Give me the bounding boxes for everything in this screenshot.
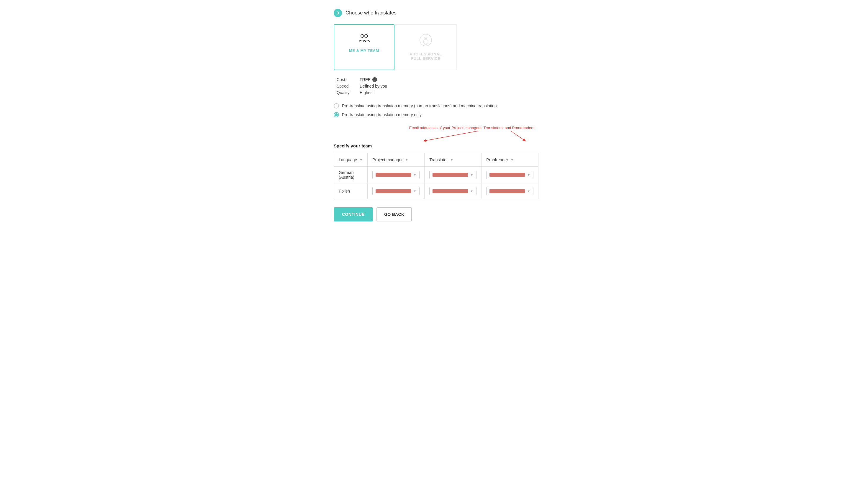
cost-info: Cost: FREE i Speed: Defined by you Quali… <box>334 77 534 95</box>
radio-circle-1 <box>334 103 339 108</box>
pm-dropdown-german[interactable]: ▼ <box>372 171 419 179</box>
step-badge: 3 <box>334 9 342 17</box>
col-language: Language ▼ <box>334 153 368 167</box>
svg-text:ISO: ISO <box>424 37 428 39</box>
team-icon <box>358 34 370 45</box>
quality-value: Highest <box>360 90 373 95</box>
me-and-team-card[interactable]: ME & MY TEAM <box>334 24 394 70</box>
quality-row: Quality: Highest <box>337 90 534 95</box>
professional-card[interactable]: ISO PROFESSIONALFULL SERVICE <box>394 24 457 70</box>
radio-label-1: Pre-translate using translation memory (… <box>342 104 498 108</box>
speed-label: Speed: <box>337 84 357 88</box>
translator-select-german: ▼ <box>425 167 481 184</box>
translator-dropdown-polish[interactable]: ▼ <box>429 187 476 195</box>
proofreader-select-polish: ▼ <box>481 184 538 199</box>
radio-circle-2 <box>334 112 339 117</box>
pm-select-polish: ▼ <box>368 184 425 199</box>
proofreader-dropdown-arrow-polish: ▼ <box>527 190 530 193</box>
table-row: German (Austria) ▼ ▼ ▼ <box>334 167 538 184</box>
page-container: 3 Choose who translates ME & MY TEAM <box>322 0 546 233</box>
continue-button[interactable]: CONTINUE <box>334 207 373 221</box>
speed-value: Defined by you <box>360 84 387 88</box>
language-filter-icon[interactable]: ▼ <box>359 158 363 162</box>
pm-filter-icon[interactable]: ▼ <box>405 158 408 162</box>
go-back-button[interactable]: GO BACK <box>376 207 412 221</box>
speed-row: Speed: Defined by you <box>337 84 534 88</box>
cost-value: FREE <box>360 77 371 82</box>
proofreader-filter-icon[interactable]: ▼ <box>511 158 514 162</box>
cost-free-wrapper: FREE i <box>360 77 377 82</box>
table-row: Polish ▼ ▼ ▼ <box>334 184 538 199</box>
buttons-row: CONTINUE GO BACK <box>334 207 534 221</box>
proofreader-dropdown-polish[interactable]: ▼ <box>486 187 533 195</box>
radio-option-1[interactable]: Pre-translate using translation memory (… <box>334 103 534 108</box>
svg-line-6 <box>511 131 525 141</box>
svg-line-5 <box>424 131 478 141</box>
cost-label: Cost: <box>337 77 357 82</box>
pm-dropdown-arrow-polish: ▼ <box>413 190 416 193</box>
svg-point-2 <box>420 34 432 46</box>
col-pm: Project manager ▼ <box>368 153 425 167</box>
pm-dropdown-polish[interactable]: ▼ <box>372 187 419 195</box>
radio-label-2: Pre-translate using translation memory o… <box>342 112 422 117</box>
translator-dropdown-arrow-polish: ▼ <box>470 190 473 193</box>
me-and-team-label: ME & MY TEAM <box>349 48 379 53</box>
proofreader-select-german: ▼ <box>481 167 538 184</box>
team-table: Language ▼ Project manager ▼ Translator … <box>334 153 538 199</box>
table-header-row: Language ▼ Project manager ▼ Translator … <box>334 153 538 167</box>
proofreader-dropdown-german[interactable]: ▼ <box>486 171 533 179</box>
annotation-area: Email addresses of your Project managers… <box>334 126 534 143</box>
svg-point-1 <box>365 35 368 38</box>
translator-dropdown-german[interactable]: ▼ <box>429 171 476 179</box>
section-title: Specify your team <box>334 143 534 148</box>
quality-label: Quality: <box>337 90 357 95</box>
col-translator: Translator ▼ <box>425 153 481 167</box>
free-info-icon[interactable]: i <box>372 77 377 82</box>
step-header: 3 Choose who translates <box>334 9 534 17</box>
cost-row: Cost: FREE i <box>337 77 534 82</box>
lang-german-austria: German (Austria) <box>334 167 368 184</box>
svg-point-4 <box>423 39 428 44</box>
svg-point-0 <box>361 35 364 38</box>
pm-select-german: ▼ <box>368 167 425 184</box>
col-proofreader: Proofreader ▼ <box>481 153 538 167</box>
pm-dropdown-arrow-german: ▼ <box>413 173 416 177</box>
proofreader-dropdown-arrow-german: ▼ <box>527 173 530 177</box>
pretranslate-options: Pre-translate using translation memory (… <box>334 103 534 117</box>
translator-options: ME & MY TEAM ISO PROFESSIONALFULL SERVIC… <box>334 24 534 70</box>
translator-select-polish: ▼ <box>425 184 481 199</box>
translator-filter-icon[interactable]: ▼ <box>450 158 453 162</box>
iso-icon: ISO <box>419 34 432 49</box>
professional-label: PROFESSIONALFULL SERVICE <box>410 52 442 61</box>
step-title: Choose who translates <box>346 10 396 16</box>
lang-polish: Polish <box>334 184 368 199</box>
translator-dropdown-arrow-german: ▼ <box>470 173 473 177</box>
radio-option-2[interactable]: Pre-translate using translation memory o… <box>334 112 534 117</box>
annotation-arrows <box>334 126 534 143</box>
